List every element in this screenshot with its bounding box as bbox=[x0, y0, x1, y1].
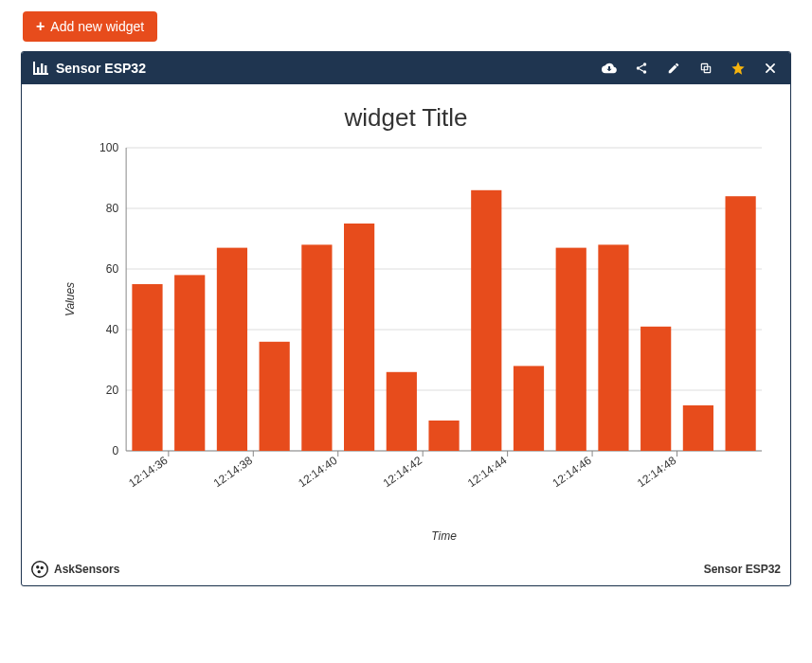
svg-rect-3 bbox=[41, 63, 43, 73]
widget-title: Sensor ESP32 bbox=[56, 61, 146, 76]
bar bbox=[344, 224, 374, 451]
bar bbox=[556, 248, 586, 451]
svg-text:100: 100 bbox=[99, 141, 118, 154]
chart-area: widget Title 02040608010012:14:3612:14:3… bbox=[22, 84, 790, 555]
svg-point-7 bbox=[643, 70, 647, 74]
plus-icon: + bbox=[36, 19, 45, 34]
x-tick-label: 12:14:44 bbox=[465, 454, 510, 490]
svg-text:80: 80 bbox=[106, 202, 119, 215]
svg-point-5 bbox=[643, 63, 647, 66]
widget-header: Sensor ESP32 bbox=[22, 52, 790, 84]
add-widget-label: Add new widget bbox=[50, 19, 144, 34]
svg-rect-0 bbox=[33, 62, 35, 75]
footer-sensor-name: Sensor ESP32 bbox=[704, 563, 781, 576]
bar bbox=[217, 248, 247, 451]
close-icon[interactable] bbox=[762, 60, 779, 77]
x-tick-label: 12:14:40 bbox=[296, 454, 340, 490]
svg-rect-1 bbox=[33, 73, 48, 75]
chart-plot: 02040608010012:14:3612:14:3812:14:4012:1… bbox=[31, 138, 781, 546]
bar bbox=[726, 196, 756, 451]
svg-text:0: 0 bbox=[112, 444, 118, 457]
download-icon[interactable] bbox=[601, 60, 618, 77]
svg-rect-4 bbox=[45, 65, 46, 73]
svg-text:20: 20 bbox=[106, 384, 119, 397]
bar bbox=[514, 366, 544, 451]
widget-card: Sensor ESP32 bbox=[21, 51, 791, 586]
x-tick-label: 12:14:36 bbox=[126, 454, 171, 490]
bar bbox=[683, 405, 713, 451]
bar bbox=[387, 372, 417, 451]
x-tick-label: 12:14:48 bbox=[635, 454, 679, 490]
bar bbox=[174, 275, 205, 451]
widget-footer: AskSensors Sensor ESP32 bbox=[22, 555, 790, 585]
share-icon[interactable] bbox=[633, 60, 650, 77]
svg-point-6 bbox=[637, 66, 641, 70]
svg-point-35 bbox=[38, 570, 41, 573]
brand-logo-icon bbox=[31, 561, 48, 578]
y-axis-title: Values bbox=[63, 282, 77, 316]
svg-text:40: 40 bbox=[106, 323, 119, 336]
bar bbox=[132, 284, 162, 451]
brand: AskSensors bbox=[31, 561, 119, 578]
bar-chart-icon bbox=[33, 62, 48, 75]
brand-name: AskSensors bbox=[54, 563, 119, 576]
x-tick-label: 12:14:42 bbox=[381, 454, 425, 490]
svg-text:60: 60 bbox=[106, 262, 119, 276]
bar bbox=[260, 342, 290, 451]
add-widget-button[interactable]: + Add new widget bbox=[23, 11, 157, 42]
bar bbox=[641, 327, 671, 451]
widget-actions bbox=[601, 60, 779, 77]
edit-icon[interactable] bbox=[665, 60, 682, 77]
bar bbox=[301, 244, 332, 451]
svg-rect-2 bbox=[37, 67, 39, 73]
bar bbox=[428, 421, 459, 451]
bar bbox=[471, 190, 501, 451]
svg-point-32 bbox=[32, 562, 48, 578]
bar bbox=[598, 244, 628, 451]
chart-title: widget Title bbox=[31, 103, 781, 133]
svg-text:Time: Time bbox=[431, 529, 457, 543]
x-tick-label: 12:14:38 bbox=[211, 454, 256, 490]
x-tick-label: 12:14:46 bbox=[550, 454, 594, 490]
copy-icon[interactable] bbox=[697, 60, 714, 77]
star-icon[interactable] bbox=[730, 60, 747, 77]
svg-point-34 bbox=[41, 566, 44, 569]
svg-point-33 bbox=[36, 565, 39, 568]
